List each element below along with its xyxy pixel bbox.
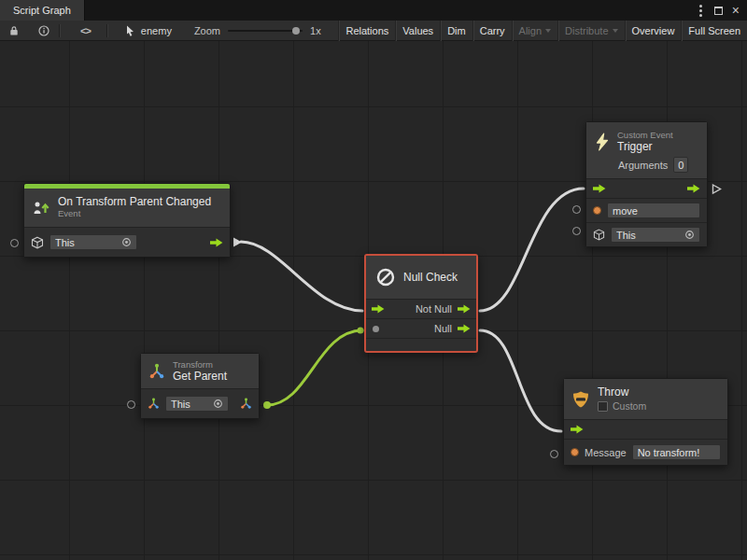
object-picker-icon[interactable] (213, 399, 223, 409)
window-close-icon[interactable]: × (732, 4, 740, 17)
transform-icon (148, 363, 165, 380)
transform-parent-changed-icon (32, 200, 50, 217)
lock-icon[interactable] (4, 21, 24, 41)
edit-source-icon[interactable]: <> (76, 21, 95, 41)
gameobject-cube-icon (593, 229, 605, 241)
not-null-port-label: Not Null (416, 303, 452, 315)
flow-port-triangle[interactable] (711, 183, 723, 195)
flow-output-arrow-icon[interactable] (458, 324, 471, 333)
wire-event-to-nullcheck[interactable] (241, 242, 362, 311)
zoom-value: 1x (310, 25, 321, 36)
transform-output-icon[interactable] (240, 398, 252, 410)
transform-icon (148, 398, 160, 410)
message-label: Message (585, 447, 627, 458)
trigger-target-left-port[interactable] (572, 227, 581, 235)
chevron-down-icon (613, 29, 618, 33)
node-title: Trigger (617, 141, 673, 153)
zoom-slider-knob[interactable] (292, 27, 300, 35)
custom-checkbox[interactable] (598, 401, 608, 412)
gameobject-cube-icon (31, 236, 44, 249)
wire-null-to-throw[interactable] (480, 330, 561, 431)
arguments-label: Arguments (618, 160, 668, 171)
graph-owner-name: enemy (141, 25, 172, 36)
graph-canvas[interactable]: On Transform Parent Changed Event This (0, 41, 747, 560)
info-icon[interactable] (34, 21, 54, 41)
node-on-transform-parent-changed[interactable]: On Transform Parent Changed Event This (23, 183, 231, 258)
toolbar-separator (59, 24, 60, 37)
dim-button[interactable]: Dim (440, 21, 472, 41)
cursor-icon (125, 25, 136, 36)
node-title: Get Parent (173, 371, 227, 383)
event-left-port[interactable] (10, 239, 19, 247)
wire-endpoint-dot (358, 328, 364, 334)
value-input-port[interactable] (373, 326, 379, 332)
tab-script-graph[interactable]: Script Graph (0, 0, 85, 21)
node-throw[interactable]: Throw Custom Message No transform! (563, 378, 728, 466)
custom-checkbox-label: Custom (613, 400, 646, 412)
values-button[interactable]: Values (395, 21, 440, 41)
graph-toolbar: <> enemy Zoom 1x Relations Values Dim Ca… (0, 21, 747, 41)
distribute-button[interactable]: Distribute (557, 21, 624, 41)
relations-button[interactable]: Relations (338, 21, 395, 41)
align-button[interactable]: Align (512, 21, 557, 41)
node-trigger-custom-event[interactable]: Custom Event Trigger Arguments 0 (585, 121, 708, 247)
node-title: On Transform Parent Changed (58, 196, 211, 208)
unity-script-graph-window: Script Graph × <> enemy Zoom 1x Relation… (0, 0, 747, 560)
throw-message-left-port[interactable] (550, 450, 558, 458)
tab-title: Script Graph (13, 5, 71, 16)
node-footer (366, 338, 476, 351)
flow-output-arrow-icon[interactable] (210, 238, 223, 247)
zoom-slider[interactable] (228, 30, 303, 32)
fullscreen-button[interactable]: Full Screen (681, 21, 747, 41)
node-title: Throw (598, 386, 646, 399)
carry-button[interactable]: Carry (472, 21, 512, 41)
window-maximize-icon[interactable] (714, 7, 723, 15)
wire-notnull-to-trigger[interactable] (480, 189, 584, 311)
node-subtitle: Event (58, 208, 211, 219)
flow-input-arrow-icon[interactable] (593, 184, 606, 193)
graph-owner[interactable]: enemy (120, 25, 177, 36)
getparent-left-port[interactable] (127, 400, 135, 409)
null-port-label: Null (434, 323, 452, 334)
event-name-field[interactable]: move (607, 203, 700, 218)
zoom-label: Zoom (194, 25, 220, 36)
flow-output-arrow-icon[interactable] (458, 304, 471, 314)
target-object-field[interactable]: This (49, 234, 137, 250)
node-null-check[interactable]: Null Check Not Null Null (364, 254, 478, 353)
arguments-count-field[interactable]: 0 (673, 157, 688, 173)
wire-getparent-to-nullcheck[interactable] (267, 330, 362, 405)
toolbar-buttons: Relations Values Dim Carry Align Distrib… (338, 21, 747, 41)
flow-input-arrow-icon[interactable] (372, 304, 385, 314)
object-picker-icon[interactable] (684, 230, 695, 240)
node-title: Null Check (403, 272, 458, 284)
node-get-parent[interactable]: Transform Get Parent This (140, 353, 260, 419)
window-controls: × (697, 0, 747, 21)
lightning-icon (594, 133, 611, 151)
wire-endpoint-dot (263, 401, 271, 409)
target-object-field[interactable]: This (611, 227, 700, 243)
flow-output-arrow-icon[interactable] (687, 184, 700, 193)
window-menu-icon[interactable] (697, 3, 705, 19)
object-picker-icon[interactable] (121, 237, 132, 247)
tab-bar: Script Graph × (0, 0, 747, 21)
toolbar-separator (106, 24, 107, 37)
target-object-field[interactable]: This (165, 396, 229, 412)
message-field[interactable]: No transform! (632, 444, 721, 460)
throw-icon (571, 390, 590, 409)
value-input-port[interactable] (593, 206, 601, 215)
value-input-port[interactable] (571, 448, 579, 456)
flow-input-arrow-icon[interactable] (571, 425, 584, 434)
trigger-name-left-port[interactable] (572, 205, 581, 214)
null-check-icon (375, 267, 396, 287)
flow-port-triangle[interactable] (232, 236, 244, 248)
chevron-down-icon (545, 29, 551, 33)
overview-button[interactable]: Overview (625, 21, 682, 41)
